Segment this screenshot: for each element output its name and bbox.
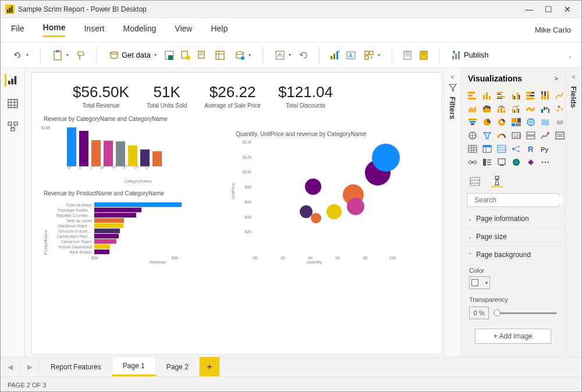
map-icon[interactable] [525,117,537,127]
clustered-bar-icon[interactable] [496,90,508,101]
vbar-chart[interactable]: Revenue $10K BeveragesDairy Pro…Confecti… [52,126,224,183]
decomposition-tree-icon[interactable] [510,144,522,154]
tab-report-features[interactable]: Report Features [40,357,112,376]
refresh-icon[interactable] [298,49,310,61]
table-icon[interactable] [467,144,478,154]
waterfall-icon[interactable] [540,104,551,114]
report-view-icon[interactable] [5,74,17,87]
qna-icon[interactable] [467,157,478,168]
key-influencers-icon[interactable] [554,144,565,154]
line-chart-icon[interactable] [554,90,565,101]
recent-sources-icon[interactable]: ▾ [232,49,253,62]
text-box-icon[interactable]: A [345,49,357,61]
page-background-section[interactable]: ⌃Page background [461,245,565,263]
menu-file[interactable]: File [11,24,24,37]
hbar-bar[interactable] [94,208,141,212]
100-stacked-column-icon[interactable] [540,90,551,101]
hbar-bar[interactable] [94,213,136,218]
excel-source-icon[interactable] [164,49,175,61]
hbar-bar[interactable] [94,250,109,254]
sql-server-icon[interactable] [196,49,208,61]
fields-pane-collapsed[interactable]: < Fields [565,68,581,357]
funnel-chart-icon[interactable] [467,117,478,127]
more-visuals-icon[interactable]: +▾ [361,49,382,62]
new-visual-icon[interactable]: + [329,49,340,61]
undo-button[interactable]: ▾ [10,49,31,62]
kpi-total-discounts[interactable]: $121.04Total Discounts [278,83,333,109]
tab-page-1[interactable]: Page 1 [112,357,156,376]
username-label[interactable]: Mike Carlo [535,26,571,34]
stacked-area-icon[interactable] [481,104,493,114]
search-input[interactable] [474,196,562,204]
transparency-value[interactable]: 0 % [469,307,489,319]
vbar-bar[interactable] [67,127,76,166]
scatter-icon[interactable] [554,104,565,114]
color-picker[interactable]: ▾ [469,276,490,289]
page-information-section[interactable]: ⌄Page information [461,209,565,227]
kpi-total-units[interactable]: 51KTotal Units Sold [147,83,187,109]
data-view-icon[interactable] [6,97,19,110]
menu-view[interactable]: View [175,24,192,37]
minimize-button[interactable]: — [525,5,533,14]
report-canvas[interactable]: $56.50KTotal Revenue 51KTotal Units Sold… [32,73,442,354]
treemap-icon[interactable] [510,117,522,127]
donut-chart-icon[interactable] [496,117,508,127]
tab-page-2[interactable]: Page 2 [156,357,200,376]
arcgis-icon[interactable] [510,157,522,168]
gauge-icon[interactable] [496,130,508,141]
bubble[interactable] [347,198,364,215]
hbar-bar[interactable] [94,234,119,238]
hbar-bar[interactable] [94,244,110,249]
matrix-icon[interactable] [481,144,493,154]
publish-button[interactable]: Publish [449,49,491,62]
card-icon[interactable]: 123 [510,130,522,141]
paste-button[interactable]: ▾ [50,48,71,62]
ribbon-expand-icon[interactable]: ⌄ [567,51,576,59]
line-clustered-column-icon[interactable] [510,104,522,114]
visualizations-header[interactable]: Visualizations> [461,68,565,88]
hbar-bar[interactable] [94,202,182,207]
scatter-chart[interactable]: UnitPrice $2K$4K$6K$8K$10K$12K$14K 0K2K4… [236,142,393,264]
format-tab-icon[interactable] [491,176,503,187]
hbar-bar[interactable] [94,223,123,228]
clustered-column-icon[interactable] [510,90,522,101]
menu-help[interactable]: Help [211,24,228,37]
100-stacked-bar-icon[interactable] [525,90,537,101]
fields-tab-icon[interactable] [469,176,481,187]
multi-row-card-icon[interactable] [525,130,537,141]
page-size-section[interactable]: ⌄Page size [461,227,565,245]
stacked-column-icon[interactable] [481,90,493,101]
new-measure-icon[interactable] [402,49,413,61]
hbar-chart[interactable]: ProductName Côte de BlayeThüringer Rostb… [44,202,224,264]
powerapps-icon[interactable] [525,157,537,168]
globe-map-icon[interactable] [467,130,478,141]
add-page-button[interactable]: + [200,357,219,376]
model-view-icon[interactable] [6,120,19,133]
kpi-avg-sale-price[interactable]: $26.22Average of Sale Price [204,83,261,109]
smart-narrative-icon[interactable] [481,157,493,168]
bubble[interactable] [311,213,321,223]
bubble[interactable] [372,144,400,172]
vbar-bar[interactable] [152,151,162,166]
menu-modeling[interactable]: Modeling [123,24,156,37]
menu-home[interactable]: Home [43,23,66,37]
paginated-report-icon[interactable] [496,157,508,168]
menu-insert[interactable]: Insert [84,24,104,37]
filled-map-icon[interactable] [540,117,551,127]
next-page-button[interactable]: ▶ [20,357,40,376]
bubble[interactable] [305,179,321,195]
pie-chart-icon[interactable] [481,117,493,127]
filters-pane-collapsed[interactable]: < Filters [444,68,460,357]
more-icon[interactable] [540,157,551,168]
prev-page-button[interactable]: ◀ [1,357,20,376]
get-data-button[interactable]: Get data▾ [107,49,159,62]
hbar-bar[interactable] [94,218,124,223]
slicer-icon[interactable] [554,130,565,141]
hbar-bar[interactable] [94,229,120,233]
search-box[interactable] [467,193,559,207]
kpi-icon[interactable] [540,130,551,141]
transform-data-icon[interactable]: ▾ [272,49,293,62]
r-visual-icon[interactable]: R [525,144,537,154]
hbar-bar[interactable] [94,239,116,244]
shape-map-icon[interactable] [554,117,565,127]
